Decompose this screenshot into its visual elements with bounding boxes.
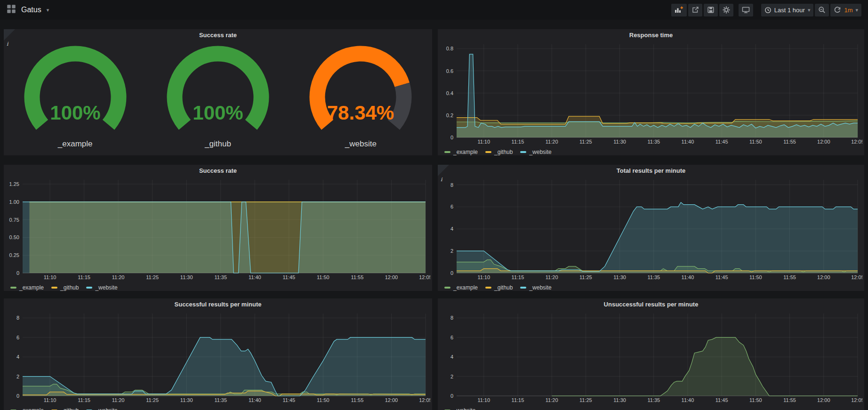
legend-item-_website[interactable]: _website <box>520 149 551 155</box>
legend-item-_github[interactable]: _github <box>51 407 79 410</box>
response-time-chart: 00.20.40.60.811:1011:1511:2011:2511:3011… <box>440 41 862 147</box>
legend-label: _example <box>453 149 478 155</box>
legend-item-_example[interactable]: _example <box>444 149 478 155</box>
x-tick-label: 11:55 <box>351 397 364 403</box>
dashboard-title[interactable]: Gatus <box>21 6 41 14</box>
x-tick-label: 12:05 <box>419 274 430 280</box>
legend-item-_website[interactable]: _website <box>444 407 475 410</box>
panel-unsuccessful-results: Unsuccessful results per minute 0246811:… <box>438 298 864 410</box>
panel-total-results: i Total results per minute 0246811:1011:… <box>438 165 864 291</box>
tv-mode-button[interactable] <box>739 4 753 16</box>
x-tick-label: 11:40 <box>249 397 261 403</box>
refresh-caret-down-icon: ▾ <box>855 8 858 13</box>
y-tick-label: 8 <box>16 315 19 321</box>
share-button[interactable] <box>688 4 702 16</box>
legend-item-_example[interactable]: _example <box>10 407 44 410</box>
y-tick-label: 0.50 <box>9 234 19 240</box>
legend-label: _github <box>60 407 79 410</box>
series-area-_website <box>552 338 858 396</box>
x-tick-label: 11:45 <box>282 397 295 403</box>
legend-item-_example[interactable]: _example <box>10 284 44 291</box>
x-tick-label: 11:10 <box>44 274 56 280</box>
y-tick-label: 0 <box>450 393 453 399</box>
legend-item-_website[interactable]: _website <box>520 284 551 291</box>
legend-item-_website[interactable]: _website <box>86 284 117 291</box>
x-tick-label: 11:45 <box>715 397 728 403</box>
x-tick-label: 11:15 <box>512 397 524 403</box>
x-tick-label: 11:45 <box>282 274 295 280</box>
x-tick-label: 11:25 <box>579 274 592 280</box>
legend-item-_website[interactable]: _website <box>86 407 117 410</box>
gauge-arc: 78.34% <box>292 41 429 141</box>
gauges-row: 100%_example100%_github78.34%_website <box>4 41 432 155</box>
y-tick-label: 0 <box>16 393 19 399</box>
x-tick-label: 11:45 <box>715 274 728 280</box>
x-tick-label: 11:20 <box>546 274 558 280</box>
x-tick-label: 11:50 <box>749 397 762 403</box>
panel-info-icon[interactable]: i <box>438 165 449 176</box>
legend-marker <box>51 287 57 289</box>
legend-item-_github[interactable]: _github <box>485 149 513 155</box>
legend-item-_github[interactable]: _github <box>51 284 79 291</box>
x-tick-label: 11:35 <box>647 397 660 403</box>
gauge-_website: 78.34%_website <box>289 41 432 155</box>
chart-canvas: 0246811:1011:1511:2011:2511:3011:3511:40… <box>440 177 862 281</box>
x-tick-label: 12:05 <box>419 397 430 403</box>
legend-label: _website <box>95 284 117 291</box>
legend-item-_example[interactable]: _example <box>444 284 478 291</box>
x-tick-label: 11:10 <box>477 139 490 145</box>
panel-title[interactable]: Success rate <box>4 29 432 41</box>
panel-success-rate-graph: Success rate 00.250.500.751.001.2511:101… <box>4 165 432 291</box>
save-button[interactable] <box>704 4 718 16</box>
panel-title[interactable]: Success rate <box>4 165 432 177</box>
chart-legend: _example_github_website <box>4 405 432 410</box>
chart-canvas: 0246811:1011:1511:2011:2511:3011:3511:40… <box>440 311 862 403</box>
refresh-button[interactable]: 1m ▾ <box>830 4 861 16</box>
legend-marker <box>520 287 526 289</box>
legend-label: _example <box>19 284 44 291</box>
y-tick-label: 0.8 <box>446 46 453 51</box>
x-tick-label: 11:25 <box>579 139 592 145</box>
x-tick-label: 11:30 <box>613 397 626 403</box>
chart-legend: _example_github_website <box>438 147 864 157</box>
dashboard-caret-down-icon[interactable]: ▾ <box>47 8 49 13</box>
zoom-out-button[interactable] <box>815 4 829 16</box>
legend-label: _example <box>19 407 44 410</box>
x-tick-label: 11:25 <box>146 397 159 403</box>
y-tick-label: 0 <box>450 135 453 140</box>
legend-item-_github[interactable]: _github <box>485 284 513 291</box>
y-tick-label: 2 <box>16 374 19 379</box>
gauge-value: 78.34% <box>327 102 394 124</box>
x-tick-label: 12:05 <box>851 139 862 145</box>
panel-title[interactable]: Response time <box>438 29 864 41</box>
panel-success-rate-gauges: i Success rate 100%_example100%_github78… <box>4 29 432 155</box>
time-range-picker[interactable]: Last 1 hour ▾ <box>761 4 814 16</box>
x-tick-label: 11:50 <box>317 274 330 280</box>
dashboards-grid-icon[interactable] <box>7 4 16 16</box>
chart-canvas: 0246811:1011:1511:2011:2511:3011:3511:40… <box>6 311 430 403</box>
refresh-interval-label: 1m <box>844 7 852 14</box>
panel-title[interactable]: Total results per minute <box>438 165 864 177</box>
x-tick-label: 11:20 <box>546 139 558 145</box>
x-tick-label: 12:05 <box>851 397 862 403</box>
x-tick-label: 11:35 <box>647 274 660 280</box>
x-tick-label: 11:50 <box>317 397 330 403</box>
panel-info-icon[interactable]: i <box>4 29 15 40</box>
x-tick-label: 11:10 <box>44 397 56 403</box>
panel-title[interactable]: Unsuccessful results per minute <box>438 298 864 311</box>
settings-button[interactable] <box>719 4 733 16</box>
x-tick-label: 12:00 <box>385 274 398 280</box>
x-tick-label: 11:55 <box>351 274 364 280</box>
series-line-_website <box>457 54 858 128</box>
y-tick-label: 6 <box>450 204 453 209</box>
success-rate-chart: 00.250.500.751.001.2511:1011:1511:2011:2… <box>6 177 430 282</box>
time-range-caret-down-icon: ▾ <box>808 8 811 13</box>
legend-label: _github <box>60 284 79 291</box>
gauge-label: _website <box>345 139 377 149</box>
panel-title[interactable]: Successful results per minute <box>4 298 432 311</box>
x-tick-label: 11:30 <box>180 397 193 403</box>
add-panel-button[interactable] <box>671 4 687 16</box>
x-tick-label: 11:50 <box>749 274 762 280</box>
chart-legend: _example_github_website <box>438 282 864 293</box>
x-tick-label: 11:15 <box>512 139 524 145</box>
